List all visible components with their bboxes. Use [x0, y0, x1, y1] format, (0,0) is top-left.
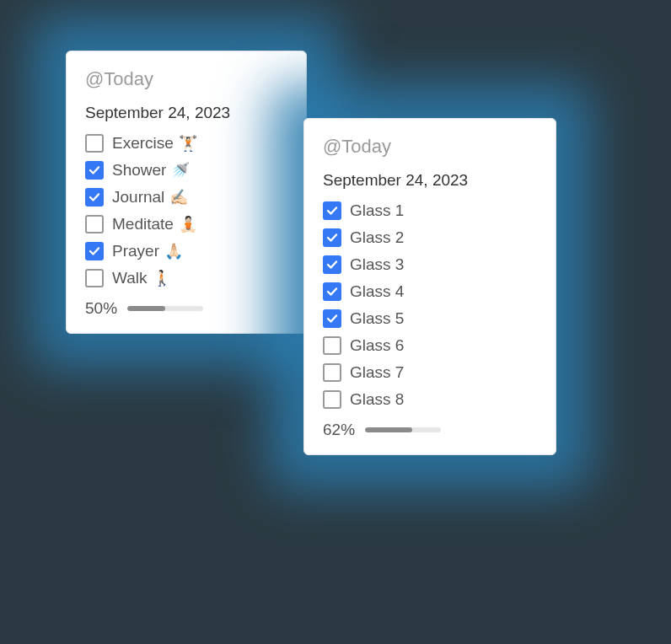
task-emoji-icon: 🧘🏻: [179, 215, 197, 233]
progress-row: 50%: [85, 299, 287, 318]
task-emoji-icon: ✍🏻: [169, 188, 188, 207]
card-title: @Today: [85, 68, 287, 90]
task-emoji-icon: 🚶🏻: [153, 269, 171, 287]
progress-percent: 62%: [323, 421, 355, 439]
checkbox[interactable]: [323, 390, 341, 409]
checkbox[interactable]: [85, 161, 104, 180]
checkbox[interactable]: [323, 201, 341, 220]
card-date: September 24, 2023: [323, 171, 537, 190]
task-emoji-icon: 🙏🏻: [164, 242, 183, 260]
task-label: Prayer🙏🏻: [112, 242, 183, 260]
progress-fill: [365, 427, 412, 432]
task-row: Glass 5: [323, 309, 537, 328]
checkbox[interactable]: [323, 228, 341, 247]
progress-fill: [127, 306, 165, 311]
task-emoji-icon: 🏋🏻: [179, 134, 197, 153]
task-label: Shower🚿: [112, 161, 190, 180]
checkbox[interactable]: [323, 363, 341, 382]
task-label: Journal✍🏻: [112, 188, 188, 207]
task-row: Glass 4: [323, 282, 537, 301]
progress-row: 62%: [323, 421, 537, 439]
checkbox[interactable]: [85, 269, 104, 287]
task-row: Glass 6: [323, 336, 537, 355]
task-label: Glass 8: [350, 390, 404, 409]
task-emoji-icon: 🚿: [171, 161, 190, 180]
task-row: Journal✍🏻: [85, 188, 287, 207]
checkbox[interactable]: [85, 134, 104, 153]
task-label: Glass 1: [350, 201, 404, 220]
card-title: @Today: [323, 136, 537, 158]
task-label: Glass 6: [350, 336, 404, 355]
checkbox[interactable]: [85, 215, 104, 233]
task-label: Glass 7: [350, 363, 404, 382]
task-label: Glass 2: [350, 228, 404, 247]
card-date: September 24, 2023: [85, 104, 287, 122]
task-label: Glass 4: [350, 282, 404, 301]
task-label: Glass 3: [350, 255, 404, 274]
task-label: Meditate🧘🏻: [112, 215, 197, 233]
task-row: Glass 1: [323, 201, 537, 220]
task-label: Glass 5: [350, 309, 404, 328]
task-row: Prayer🙏🏻: [85, 242, 287, 260]
checkbox[interactable]: [323, 336, 341, 355]
task-row: Exercise🏋🏻: [85, 134, 287, 153]
habit-card-1: @Today September 24, 2023 Exercise🏋🏻Show…: [66, 51, 307, 334]
task-row: Meditate🧘🏻: [85, 215, 287, 233]
task-label: Walk🚶🏻: [112, 269, 171, 287]
task-row: Glass 7: [323, 363, 537, 382]
task-row: Walk🚶🏻: [85, 269, 287, 287]
checkbox[interactable]: [85, 242, 104, 260]
checkbox[interactable]: [323, 255, 341, 274]
habit-card-2: @Today September 24, 2023 Glass 1Glass 2…: [303, 118, 556, 455]
progress-bar: [365, 427, 441, 432]
checkbox[interactable]: [323, 309, 341, 328]
task-list: Exercise🏋🏻Shower🚿Journal✍🏻Meditate🧘🏻Pray…: [85, 134, 287, 287]
progress-bar: [127, 306, 203, 311]
task-row: Glass 2: [323, 228, 537, 247]
checkbox[interactable]: [323, 282, 341, 301]
task-row: Glass 8: [323, 390, 537, 409]
checkbox[interactable]: [85, 188, 104, 207]
task-label: Exercise🏋🏻: [112, 134, 197, 153]
task-row: Glass 3: [323, 255, 537, 274]
progress-percent: 50%: [85, 299, 117, 318]
task-row: Shower🚿: [85, 161, 287, 180]
task-list: Glass 1Glass 2Glass 3Glass 4Glass 5Glass…: [323, 201, 537, 409]
